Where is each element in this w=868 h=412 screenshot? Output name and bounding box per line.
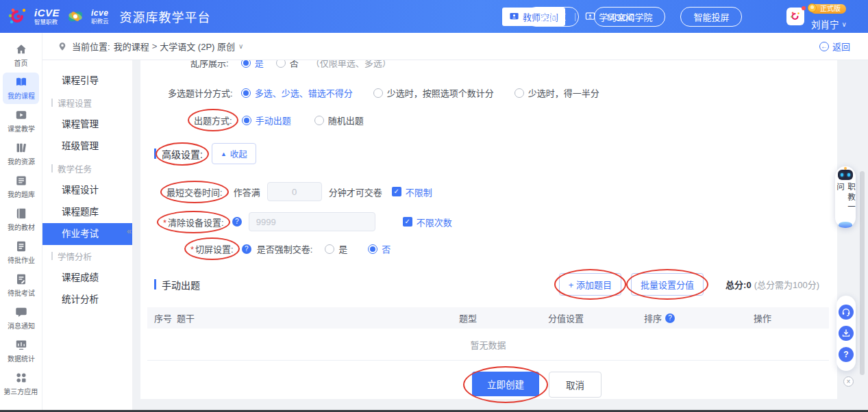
question-mode-manual[interactable]: 手动出题: [242, 114, 291, 127]
user-avatar[interactable]: [786, 8, 804, 25]
robot-icon: [838, 170, 853, 180]
menu-item-course-grades[interactable]: 课程成绩: [42, 267, 132, 289]
download-icon: [841, 329, 851, 338]
multi-score-row: 多选题计分方式: 多选、少选、错选不得分 少选时，按照选项个数计分 少选时，得一…: [140, 86, 837, 99]
batch-score-button[interactable]: 批量设置分值: [631, 273, 704, 296]
pending-homework-icon: [15, 240, 27, 253]
force-submit-yes[interactable]: 是: [325, 242, 347, 255]
multi-score-option-2[interactable]: 少选时，按照选项个数计分: [373, 86, 494, 99]
user-name: 刘肖宁: [811, 17, 839, 31]
medal-icon: [808, 3, 817, 12]
multi-score-option-3[interactable]: 少选时，得一半分: [514, 86, 599, 99]
radio-selected-icon: [368, 244, 377, 254]
teacher-icon: [509, 12, 519, 22]
brand-name-2: icve: [91, 9, 109, 17]
sidebar-item-statistics[interactable]: 数据统计: [3, 335, 39, 367]
menu-section-learning-analysis: 学情分析: [42, 245, 132, 267]
apps-icon: [15, 372, 27, 384]
sidebar-item-question-bank[interactable]: 我的题库: [3, 171, 39, 203]
question-mode-random[interactable]: 随机出题: [314, 114, 364, 127]
sidebar-item-pending-homework[interactable]: 待批作业: [3, 237, 39, 268]
pending-exam-icon: [15, 273, 27, 285]
empty-state: 暂无数据: [147, 329, 829, 360]
home-icon: [15, 43, 27, 55]
assistant-label: 职教一问: [834, 183, 856, 220]
close-float-icon[interactable]: ×: [843, 376, 854, 387]
customer-service-button[interactable]: [839, 305, 854, 320]
section-bar: [51, 164, 53, 172]
textbook-icon: [15, 207, 27, 220]
menu-item-course-design[interactable]: 课程设计: [42, 179, 132, 201]
sidebar-item-resources[interactable]: 我的资源: [3, 138, 39, 170]
breadcrumb-root[interactable]: 我的课程: [114, 40, 149, 53]
question-mode-label: 出题方式:: [194, 116, 232, 126]
menu-item-course-question-bank[interactable]: 课程题库: [42, 201, 132, 223]
screen-cut-row: *切屏设置: ? 是否强制交卷: 是 否: [140, 242, 837, 255]
download-button[interactable]: [839, 326, 854, 341]
unlimited-times-checkbox[interactable]: ✓ 不限次数: [403, 216, 452, 229]
menu-section-teaching-tasks: 教学任务: [42, 157, 132, 179]
multi-score-option-1[interactable]: 多选、少选、错选不得分: [241, 86, 353, 99]
back-button[interactable]: ← 返回: [819, 40, 850, 53]
sidebar-collapse-icon[interactable]: «: [127, 226, 132, 236]
menu-item-homework-exam[interactable]: 作业考试: [42, 223, 132, 245]
sidebar-item-classroom[interactable]: 课堂教学: [3, 105, 39, 137]
help-icon[interactable]: ?: [665, 313, 675, 323]
smart-casting-button[interactable]: 智能投屏: [680, 7, 742, 27]
advanced-settings-label: 高级设置:: [162, 149, 203, 160]
help-icon[interactable]: ?: [242, 244, 251, 254]
menu-item-course-management[interactable]: 课程管理: [42, 114, 132, 136]
sidebar-item-textbooks[interactable]: 我的教材: [3, 204, 39, 235]
menu-item-statistical-analysis[interactable]: 统计分析: [42, 289, 132, 311]
min-submit-minutes-input[interactable]: [267, 182, 322, 201]
brand-sub: 智慧职教: [34, 19, 60, 25]
total-score: 总分:0(总分需为100分): [726, 278, 819, 291]
no-limit-checkbox[interactable]: ✓ 不限制: [392, 185, 432, 198]
help-icon[interactable]: ?: [232, 217, 242, 227]
section-bar: [51, 252, 53, 260]
sidebar-item-home[interactable]: 首页: [3, 40, 39, 71]
main-content: 乱序展示: 是 否 （仅限单选、多选） 多选题计分方式: 多选、少选、错选不得分…: [132, 60, 868, 412]
section-bar: [154, 149, 156, 159]
checkbox-checked-icon: ✓: [392, 187, 401, 196]
platform-title: 资源库教学平台: [120, 8, 211, 25]
cancel-button[interactable]: 取消: [549, 372, 602, 398]
stats-icon: [15, 339, 27, 351]
resource-library-button[interactable]: 资源库: [526, 7, 579, 27]
ai-assistant-widget[interactable]: 职教一问: [835, 166, 856, 228]
sidebar-item-pending-exams[interactable]: 待批考试: [3, 270, 39, 301]
create-now-button[interactable]: 立即创建: [472, 372, 539, 396]
shuffle-option-no[interactable]: 否: [276, 60, 299, 69]
sidebar-item-messages[interactable]: 消息通知: [3, 302, 39, 334]
sidebar-item-third-party[interactable]: 第三方应用: [3, 368, 39, 400]
clear-device-label: 清除设备设置:: [168, 218, 224, 228]
screen-cut-label: 切屏设置:: [195, 244, 234, 255]
user-menu[interactable]: 刘肖宁 ∨: [811, 17, 847, 31]
menu-item-course-guide[interactable]: 课程引导: [42, 70, 132, 92]
location-pin-icon: [58, 42, 67, 51]
add-question-button[interactable]: + 添加题目: [559, 273, 621, 296]
clear-device-input[interactable]: [249, 212, 375, 231]
brand-sub-2: 职教云: [91, 18, 109, 25]
left-sidebar: 首页 我的课程 课堂教学 我的资源 我的题库 我的教材 待批作业 待批考试 消息…: [0, 33, 42, 412]
breadcrumb-current-course[interactable]: 大学语文 (2P) 原创 ∨: [160, 40, 243, 53]
scrollbar-thumb[interactable]: [860, 171, 865, 375]
manual-question-header: 手动出题 + 添加题目 批量设置分值 总分:0(总分需为100分): [154, 273, 837, 296]
col-stem: 题干: [177, 311, 459, 324]
sidebar-item-my-courses[interactable]: 我的课程: [3, 73, 39, 104]
collapse-button[interactable]: ▲ 收起: [212, 143, 256, 164]
menu-section-course-settings: 课程设置: [42, 92, 132, 114]
user-area: 正式版 刘肖宁 ∨: [786, 0, 865, 33]
advanced-settings-row: 高级设置: ▲ 收起: [154, 143, 837, 164]
chevron-down-icon: ∨: [238, 42, 243, 50]
menu-item-class-management[interactable]: 班级管理: [42, 136, 132, 157]
help-button[interactable]: ?: [839, 347, 854, 362]
shuffle-option-yes[interactable]: 是: [241, 60, 264, 69]
top-header: iCVE 智慧职教 icve 职教云 资源库教学平台 教师空间 | 学习空间: [0, 0, 868, 33]
classroom-icon: [15, 109, 27, 121]
required-asterisk: *: [163, 218, 166, 228]
breadcrumb-separator: >: [152, 41, 158, 51]
mooc-college-button[interactable]: MOOC学院: [594, 7, 665, 27]
force-submit-no[interactable]: 否: [368, 242, 390, 255]
radio-selected-icon: [241, 88, 251, 98]
